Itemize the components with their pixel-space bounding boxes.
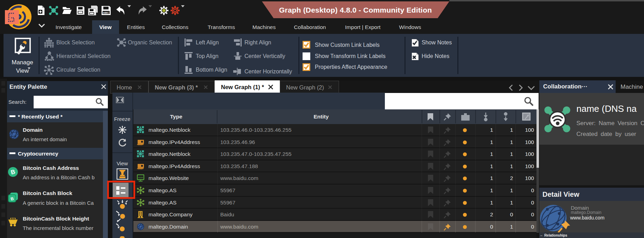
svg-text:ABC: ABC	[103, 11, 109, 14]
svg-text:WWW: WWW	[138, 176, 143, 179]
